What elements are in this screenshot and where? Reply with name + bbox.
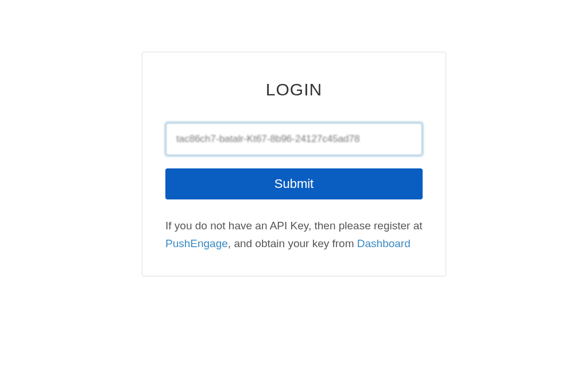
login-card: LOGIN Submit If you do not have an API K…	[142, 52, 446, 276]
submit-button[interactable]: Submit	[165, 168, 423, 199]
help-text-prefix: If you do not have an API Key, then plea…	[165, 220, 423, 232]
login-title: LOGIN	[165, 80, 423, 99]
pushengage-link[interactable]: PushEngage	[165, 237, 228, 249]
help-text-mid: , and obtain your key from	[228, 237, 357, 249]
api-key-input[interactable]	[165, 122, 423, 156]
dashboard-link[interactable]: Dashboard	[357, 237, 411, 249]
help-text: If you do not have an API Key, then plea…	[165, 217, 423, 253]
